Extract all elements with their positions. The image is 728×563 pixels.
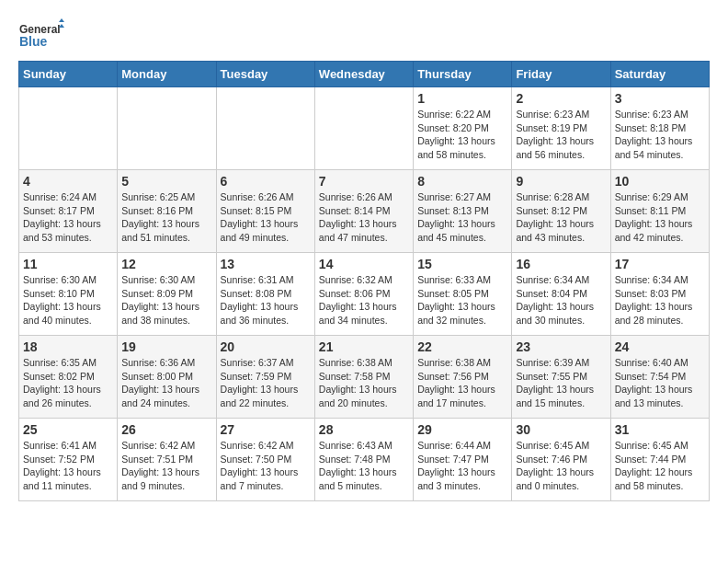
day-info: Sunrise: 6:33 AM Sunset: 8:05 PM Dayligh… [417,273,507,327]
calendar-cell: 25Sunrise: 6:41 AM Sunset: 7:52 PM Dayli… [19,419,118,501]
calendar-cell: 27Sunrise: 6:42 AM Sunset: 7:50 PM Dayli… [216,419,314,501]
calendar-cell: 4Sunrise: 6:24 AM Sunset: 8:17 PM Daylig… [19,170,118,253]
calendar-cell: 13Sunrise: 6:31 AM Sunset: 8:08 PM Dayli… [216,253,314,336]
day-info: Sunrise: 6:40 AM Sunset: 7:54 PM Dayligh… [615,356,705,410]
calendar-cell: 17Sunrise: 6:34 AM Sunset: 8:03 PM Dayli… [610,253,709,336]
day-info: Sunrise: 6:23 AM Sunset: 8:18 PM Dayligh… [615,108,705,162]
calendar-week-3: 11Sunrise: 6:30 AM Sunset: 8:10 PM Dayli… [19,253,710,336]
calendar-cell [216,87,314,170]
weekday-header-saturday: Saturday [610,62,709,87]
day-number: 31 [615,422,705,437]
calendar-table: SundayMondayTuesdayWednesdayThursdayFrid… [18,61,710,501]
day-info: Sunrise: 6:32 AM Sunset: 8:06 PM Dayligh… [319,273,409,327]
calendar-cell: 19Sunrise: 6:36 AM Sunset: 8:00 PM Dayli… [118,336,216,419]
weekday-header-monday: Monday [118,62,216,87]
day-number: 8 [417,174,507,189]
calendar-cell: 2Sunrise: 6:23 AM Sunset: 8:19 PM Daylig… [512,87,610,170]
calendar-cell: 6Sunrise: 6:26 AM Sunset: 8:15 PM Daylig… [216,170,314,253]
calendar-cell: 18Sunrise: 6:35 AM Sunset: 8:02 PM Dayli… [19,336,118,419]
day-info: Sunrise: 6:38 AM Sunset: 7:56 PM Dayligh… [417,356,507,410]
day-number: 10 [615,174,705,189]
calendar-cell [19,87,118,170]
day-number: 30 [516,422,606,437]
day-number: 20 [221,339,311,354]
day-number: 3 [615,91,705,106]
calendar-cell [118,87,216,170]
day-info: Sunrise: 6:42 AM Sunset: 7:50 PM Dayligh… [221,439,311,493]
day-info: Sunrise: 6:26 AM Sunset: 8:14 PM Dayligh… [319,190,409,245]
day-info: Sunrise: 6:45 AM Sunset: 7:46 PM Dayligh… [516,439,606,493]
day-info: Sunrise: 6:26 AM Sunset: 8:15 PM Dayligh… [221,190,311,245]
day-info: Sunrise: 6:41 AM Sunset: 7:52 PM Dayligh… [23,439,113,493]
day-info: Sunrise: 6:30 AM Sunset: 8:10 PM Dayligh… [23,273,113,327]
page-header: General Blue [18,18,710,53]
day-info: Sunrise: 6:22 AM Sunset: 8:20 PM Dayligh… [417,108,507,162]
weekday-header-thursday: Thursday [414,62,512,87]
day-info: Sunrise: 6:31 AM Sunset: 8:08 PM Dayligh… [221,273,311,327]
calendar-week-5: 25Sunrise: 6:41 AM Sunset: 7:52 PM Dayli… [19,419,710,501]
calendar-cell: 12Sunrise: 6:30 AM Sunset: 8:09 PM Dayli… [118,253,216,336]
calendar-cell: 10Sunrise: 6:29 AM Sunset: 8:11 PM Dayli… [610,170,709,253]
weekday-header-friday: Friday [512,62,610,87]
day-number: 23 [516,339,606,354]
calendar-cell: 21Sunrise: 6:38 AM Sunset: 7:58 PM Dayli… [314,336,413,419]
calendar-cell: 7Sunrise: 6:26 AM Sunset: 8:14 PM Daylig… [314,170,413,253]
day-number: 28 [319,422,409,437]
calendar-cell [314,87,413,170]
day-info: Sunrise: 6:44 AM Sunset: 7:47 PM Dayligh… [417,439,507,493]
calendar-cell: 31Sunrise: 6:45 AM Sunset: 7:44 PM Dayli… [610,419,709,501]
day-number: 18 [23,339,113,354]
day-info: Sunrise: 6:45 AM Sunset: 7:44 PM Dayligh… [615,439,705,493]
day-number: 27 [221,422,311,437]
day-info: Sunrise: 6:43 AM Sunset: 7:48 PM Dayligh… [319,439,409,493]
weekday-header-sunday: Sunday [19,62,118,87]
day-info: Sunrise: 6:34 AM Sunset: 8:03 PM Dayligh… [615,273,705,327]
day-info: Sunrise: 6:37 AM Sunset: 7:59 PM Dayligh… [221,356,311,410]
day-number: 7 [319,174,409,189]
day-number: 19 [121,339,211,354]
day-number: 6 [221,174,311,189]
day-info: Sunrise: 6:35 AM Sunset: 8:02 PM Dayligh… [23,356,113,410]
day-number: 22 [417,339,507,354]
calendar-cell: 28Sunrise: 6:43 AM Sunset: 7:48 PM Dayli… [314,419,413,501]
day-info: Sunrise: 6:36 AM Sunset: 8:00 PM Dayligh… [121,356,211,410]
calendar-week-2: 4Sunrise: 6:24 AM Sunset: 8:17 PM Daylig… [19,170,710,253]
day-info: Sunrise: 6:39 AM Sunset: 7:55 PM Dayligh… [516,356,606,410]
day-number: 9 [516,174,606,189]
day-number: 11 [23,257,113,271]
day-number: 17 [615,257,705,271]
day-info: Sunrise: 6:34 AM Sunset: 8:04 PM Dayligh… [516,273,606,327]
weekday-header-tuesday: Tuesday [216,62,314,87]
day-number: 5 [121,174,211,189]
calendar-cell: 15Sunrise: 6:33 AM Sunset: 8:05 PM Dayli… [414,253,512,336]
day-number: 4 [23,174,113,189]
day-info: Sunrise: 6:23 AM Sunset: 8:19 PM Dayligh… [516,108,606,162]
calendar-cell: 3Sunrise: 6:23 AM Sunset: 8:18 PM Daylig… [610,87,709,170]
svg-text:Blue: Blue [19,34,48,49]
weekday-header-wednesday: Wednesday [314,62,413,87]
logo-svg: General Blue [18,18,64,53]
calendar-cell: 9Sunrise: 6:28 AM Sunset: 8:12 PM Daylig… [512,170,610,253]
calendar-cell: 16Sunrise: 6:34 AM Sunset: 8:04 PM Dayli… [512,253,610,336]
day-number: 16 [516,257,606,271]
calendar-week-4: 18Sunrise: 6:35 AM Sunset: 8:02 PM Dayli… [19,336,710,419]
day-info: Sunrise: 6:25 AM Sunset: 8:16 PM Dayligh… [121,190,211,245]
calendar-cell: 30Sunrise: 6:45 AM Sunset: 7:46 PM Dayli… [512,419,610,501]
day-number: 12 [121,257,211,271]
calendar-cell: 14Sunrise: 6:32 AM Sunset: 8:06 PM Dayli… [314,253,413,336]
day-info: Sunrise: 6:24 AM Sunset: 8:17 PM Dayligh… [23,190,113,245]
day-number: 26 [121,422,211,437]
calendar-cell: 1Sunrise: 6:22 AM Sunset: 8:20 PM Daylig… [414,87,512,170]
day-number: 14 [319,257,409,271]
calendar-cell: 24Sunrise: 6:40 AM Sunset: 7:54 PM Dayli… [610,336,709,419]
calendar-cell: 23Sunrise: 6:39 AM Sunset: 7:55 PM Dayli… [512,336,610,419]
day-number: 15 [417,257,507,271]
day-number: 24 [615,339,705,354]
svg-marker-2 [59,18,64,22]
day-number: 1 [417,91,507,106]
calendar-cell: 26Sunrise: 6:42 AM Sunset: 7:51 PM Dayli… [118,419,216,501]
day-info: Sunrise: 6:29 AM Sunset: 8:11 PM Dayligh… [615,190,705,245]
day-number: 21 [319,339,409,354]
day-info: Sunrise: 6:42 AM Sunset: 7:51 PM Dayligh… [121,439,211,493]
calendar-cell: 29Sunrise: 6:44 AM Sunset: 7:47 PM Dayli… [414,419,512,501]
